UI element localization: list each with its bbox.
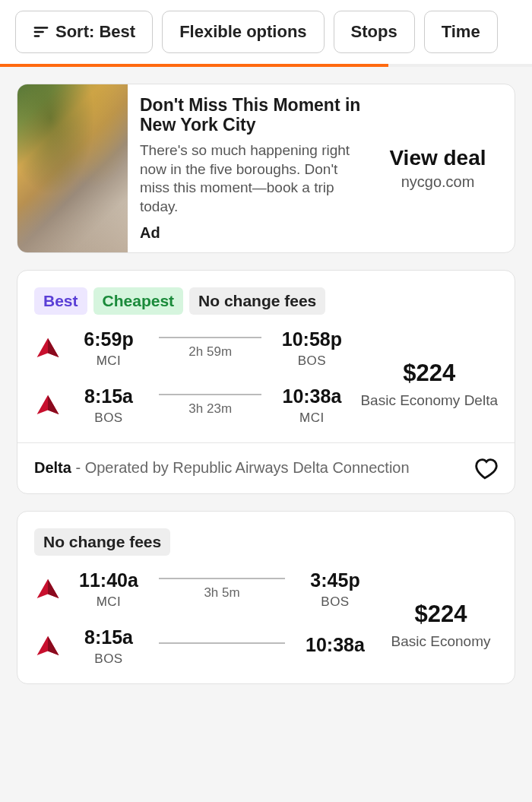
flight-result-card[interactable]: No change fees 11:40aMCI 3h 5m 3:45pBOS … [17, 511, 515, 684]
arrival-time: 3:45p [297, 569, 373, 591]
price: $224 [384, 601, 498, 628]
fare-class: Basic Economy [384, 632, 498, 651]
arrival-code: MCI [274, 411, 350, 426]
ad-label: Ad [140, 224, 364, 242]
duration: 2h 59m [156, 344, 264, 360]
arrival-code: BOS [297, 594, 373, 610]
fare-class: Basic Economy Delta [360, 391, 498, 411]
ad-image [17, 84, 128, 252]
ad-domain: nycgo.com [401, 173, 475, 191]
departure-time: 8:15a [71, 626, 147, 648]
departure-time: 6:59p [71, 328, 147, 350]
delta-logo-icon [34, 394, 62, 417]
flexible-options-button[interactable]: Flexible options [162, 11, 324, 53]
save-button[interactable] [472, 455, 498, 481]
sort-label: Sort: Best [55, 22, 135, 42]
duration: 3h 5m [156, 585, 288, 601]
sort-button[interactable]: Sort: Best [15, 11, 153, 53]
arrival-code: BOS [274, 353, 350, 369]
badge-best: Best [34, 287, 87, 315]
filter-bar: Sort: Best Flexible options Stops Time [0, 0, 532, 64]
flight-leg: 11:40aMCI 3h 5m 3:45pBOS [34, 569, 373, 610]
flight-leg: 8:15aBOS 10:38a [34, 626, 373, 667]
delta-logo-icon [34, 578, 62, 601]
arrival-time: 10:38a [274, 385, 350, 407]
departure-time: 11:40a [71, 569, 147, 591]
time-button[interactable]: Time [424, 11, 498, 53]
loading-progress [0, 64, 532, 67]
flight-result-card[interactable]: Best Cheapest No change fees 6:59pMCI 2h… [17, 270, 515, 494]
arrival-time: 10:38a [297, 634, 373, 656]
sort-icon [33, 24, 49, 40]
departure-code: MCI [71, 594, 147, 610]
ad-title: Don't Miss This Moment in New York City [140, 95, 364, 135]
delta-logo-icon [34, 337, 62, 360]
stops-button[interactable]: Stops [334, 11, 415, 53]
badge-no-change-fees: No change fees [34, 528, 170, 556]
ad-view-deal-link[interactable]: View deal [389, 146, 486, 170]
departure-code: BOS [71, 411, 147, 426]
operator-text: Delta - Operated by Republic Airways Del… [34, 458, 463, 478]
delta-logo-icon [34, 635, 62, 658]
flight-leg: 6:59pMCI 2h 59m 10:58pBOS [34, 328, 350, 369]
arrival-time: 10:58p [274, 328, 350, 350]
badge-no-change-fees: No change fees [189, 287, 325, 315]
ad-card[interactable]: Don't Miss This Moment in New York City … [17, 84, 515, 253]
departure-code: BOS [71, 651, 147, 667]
ad-description: There's so much happening right now in t… [140, 141, 364, 217]
flight-leg: 8:15aBOS 3h 23m 10:38aMCI [34, 385, 350, 426]
departure-code: MCI [71, 353, 147, 369]
badge-cheapest: Cheapest [93, 287, 184, 315]
duration: 3h 23m [156, 401, 264, 417]
departure-time: 8:15a [71, 385, 147, 407]
price: $224 [360, 360, 498, 387]
